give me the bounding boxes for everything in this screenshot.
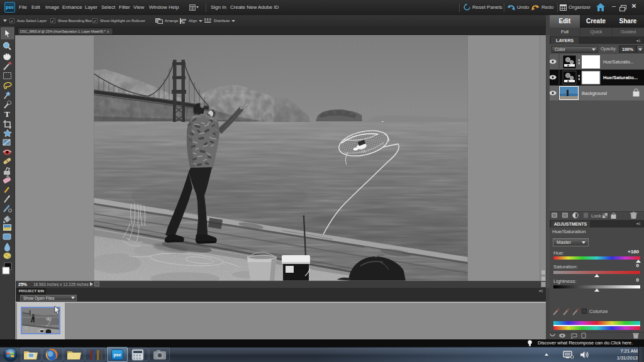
- svg-text:Lock:: Lock:: [591, 213, 602, 219]
- svg-text:T: T: [4, 109, 10, 119]
